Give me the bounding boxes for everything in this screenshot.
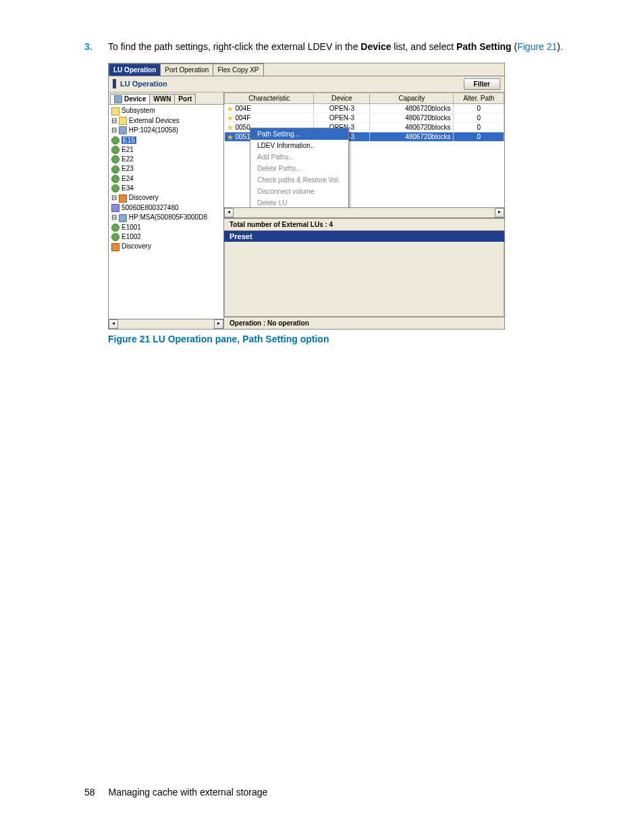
lefttab-device[interactable]: Device	[110, 94, 150, 104]
folder-icon	[111, 107, 119, 115]
step-text: To find the path settings, right-click t…	[108, 41, 573, 53]
tree-e21[interactable]: E21	[122, 146, 134, 153]
figure-link[interactable]: Figure 21	[517, 41, 557, 52]
step-paren-open: (	[512, 41, 518, 52]
context-menu: Path Setting... LDEV Information.. Add P…	[250, 128, 349, 218]
title-bar-icon	[113, 79, 116, 88]
col-device[interactable]: Device	[314, 93, 370, 103]
tree-e1002[interactable]: E1002	[122, 233, 141, 240]
menu-disconnect-volume[interactable]: Disconnect volume	[250, 186, 348, 197]
table-row[interactable]: 004FOPEN-34806720blocks0	[225, 113, 504, 122]
disk-icon	[111, 146, 119, 154]
tree-subsystem[interactable]: Subsystem	[122, 107, 155, 115]
step-paren-close: ).	[557, 41, 563, 52]
disk-icon	[111, 175, 119, 183]
step-number: 3.	[84, 41, 92, 52]
tree-e22[interactable]: E22	[122, 155, 134, 163]
disk-icon	[111, 165, 119, 174]
table-row[interactable]: 004EOPEN-34806720blocks0	[225, 103, 504, 113]
tree-e24[interactable]: E24	[122, 175, 134, 182]
server-icon	[119, 126, 127, 134]
step-text-pathsetting: Path Setting	[456, 41, 512, 52]
star-icon	[227, 115, 234, 122]
tree-e23[interactable]: E23	[122, 165, 134, 173]
device-icon	[114, 95, 122, 103]
folder-icon	[119, 117, 127, 125]
panel-header: LU Operation Filter	[109, 76, 504, 93]
step-text-pre: To find the path settings, right-click t…	[108, 41, 360, 52]
star-icon	[227, 106, 234, 112]
menu-delete-paths[interactable]: Delete Paths...	[250, 163, 348, 174]
tree-external-devices[interactable]: External Devices	[129, 117, 180, 124]
figure-caption: Figure 21 LU Operation pane, Path Settin…	[108, 334, 573, 344]
panel-title: LU Operation	[120, 80, 167, 88]
filter-button[interactable]: Filter	[464, 78, 500, 90]
left-pane: Device WWN Port Subsystem ⊟ External Dev…	[109, 93, 224, 329]
menu-add-paths[interactable]: Add Paths...	[250, 151, 348, 163]
menu-ldev-information[interactable]: LDEV Information..	[250, 140, 348, 151]
device-tree[interactable]: Subsystem ⊟ External Devices ⊟ HP:1024(1…	[109, 105, 223, 319]
scroll-right-icon[interactable]: ▸	[495, 208, 504, 217]
tree-e34[interactable]: E34	[122, 184, 134, 192]
tree-wwn-node[interactable]: 50060E800327480	[122, 204, 179, 211]
menu-path-setting[interactable]: Path Setting...	[250, 128, 348, 140]
menu-check-paths[interactable]: Check paths & Restore Vol.	[250, 174, 348, 186]
scroll-left-icon[interactable]: ◂	[109, 319, 118, 329]
application-screenshot: LU Operation Port Operation Flex Copy XP…	[108, 63, 505, 330]
disk-icon	[111, 184, 119, 192]
tab-port-operation[interactable]: Port Operation	[160, 63, 213, 76]
server-icon	[119, 214, 127, 222]
right-pane: Characteristic Device Capacity Alter. Pa…	[224, 93, 504, 329]
tree-hp1024[interactable]: HP:1024(10058)	[129, 126, 178, 134]
disk-icon	[111, 233, 119, 241]
scroll-left-icon[interactable]: ◂	[224, 208, 234, 217]
col-characteristic[interactable]: Characteristic	[225, 93, 314, 103]
tree-discovery1[interactable]: Discovery	[129, 194, 159, 202]
scroll-right-icon[interactable]: ▸	[214, 319, 223, 329]
left-scrollbar[interactable]: ◂ ▸	[109, 319, 223, 329]
page-footer: 58Managing cache with external storage	[84, 787, 267, 798]
tree-discovery2[interactable]: Discovery	[122, 243, 151, 251]
footer-title: Managing cache with external storage	[109, 787, 268, 798]
preset-panel	[224, 242, 504, 317]
disk-icon	[111, 136, 119, 145]
discovery-icon	[119, 194, 127, 203]
network-icon	[111, 204, 119, 212]
main-tabstrip: LU Operation Port Operation Flex Copy XP	[109, 63, 504, 76]
preset-header: Preset	[224, 231, 504, 242]
col-capacity[interactable]: Capacity	[370, 93, 454, 103]
tree-e15[interactable]: E15	[122, 136, 136, 144]
step-text-mid: list, and select	[391, 41, 456, 52]
lefttab-wwn[interactable]: WWN	[149, 94, 175, 104]
tab-lu-operation[interactable]: LU Operation	[109, 63, 161, 76]
tab-flex-copy[interactable]: Flex Copy XP	[213, 63, 263, 76]
tree-hpmsa[interactable]: HP:MSA(500805F3000D8	[129, 214, 207, 221]
star-icon	[227, 134, 234, 140]
disk-icon	[111, 224, 119, 232]
total-row: Total number of External LUs : 4	[224, 218, 504, 231]
step-text-device: Device	[360, 41, 391, 52]
page-number: 58	[84, 787, 95, 798]
operation-status: Operation : No operation	[224, 317, 504, 329]
tree-e1001[interactable]: E1001	[122, 224, 141, 231]
star-icon	[227, 125, 234, 131]
lefttab-port[interactable]: Port	[174, 94, 196, 104]
disk-icon	[111, 155, 119, 163]
col-alter-path[interactable]: Alter. Path	[454, 93, 504, 103]
discovery-icon	[111, 243, 119, 251]
grid-scrollbar[interactable]: ◂ ▸	[224, 207, 504, 217]
